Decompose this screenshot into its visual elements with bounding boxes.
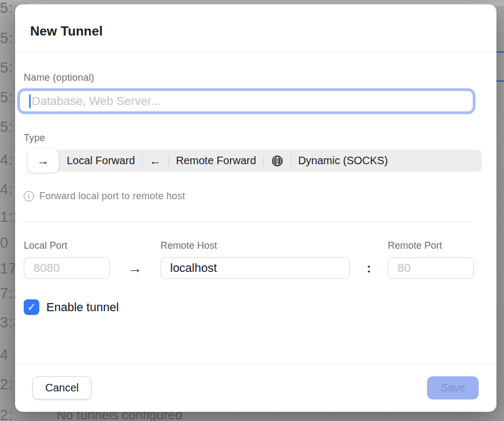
text-caret	[29, 94, 31, 108]
arrow-right-icon: →	[37, 155, 49, 167]
tunnel-type-segmented-control: → Local Forward ← Remote Forward Dynamic…	[27, 150, 482, 172]
local-port-input[interactable]	[24, 257, 110, 279]
remote-port-label: Remote Port	[388, 240, 474, 251]
bg-time-fragment: 4:	[0, 152, 13, 169]
bg-time-fragment: 7:2	[0, 285, 16, 302]
port-mapping-grid: Local Port Remote Host Remote Port → :	[24, 240, 474, 279]
type-option-local-forward[interactable]: Local Forward	[67, 155, 135, 167]
bg-time-fragment: 2:	[0, 376, 13, 393]
info-icon: i	[24, 191, 34, 201]
enable-tunnel-checkbox[interactable]: ✓	[24, 299, 39, 315]
arrow-left-icon[interactable]: ←	[150, 155, 162, 167]
bg-time-fragment: 4	[0, 347, 9, 363]
bg-time-fragment: 17	[0, 261, 16, 277]
host-port-separator: :	[350, 261, 388, 276]
bg-time-fragment: 5:	[0, 60, 13, 76]
type-description: Forward local port to remote host	[39, 191, 185, 202]
name-input-wrapper	[19, 90, 473, 112]
bg-time-fragment: 0	[0, 235, 9, 251]
cancel-button[interactable]: Cancel	[32, 376, 92, 399]
globe-icon[interactable]	[271, 155, 284, 167]
checkmark-icon: ✓	[27, 302, 36, 312]
bg-time-fragment: 5:	[0, 30, 13, 47]
selected-segment-pill[interactable]: →	[27, 149, 59, 173]
segment-divider	[263, 156, 264, 166]
enable-tunnel-label: Enable tunnel	[46, 300, 119, 314]
bg-time-fragment: 2:	[0, 407, 13, 421]
type-option-dynamic-socks[interactable]: Dynamic (SOCKS)	[298, 155, 388, 167]
bg-time-fragment: 1:2	[0, 209, 16, 226]
forward-arrow-icon: →	[110, 260, 160, 277]
bg-time-fragment: 3:3	[0, 314, 16, 331]
bg-time-fragment: 5:	[0, 119, 13, 136]
segment-divider	[169, 156, 169, 166]
enable-tunnel-row: ✓ Enable tunnel	[24, 299, 119, 315]
save-button[interactable]: Save	[427, 376, 479, 399]
header-divider	[15, 52, 496, 53]
type-option-remote-forward[interactable]: Remote Forward	[176, 155, 256, 167]
background-selection-edge-top	[496, 51, 504, 53]
footer-divider	[15, 364, 496, 364]
new-tunnel-dialog: New Tunnel Name (optional) Type → Local …	[15, 4, 496, 412]
remote-host-label: Remote Host	[160, 240, 350, 251]
bg-time-fragment: 5:	[0, 89, 13, 106]
background-timestamp-column: 5:5:5:5:5:4:4:1:20177:23:342:2:	[0, 0, 16, 421]
segment-divider	[291, 156, 291, 166]
type-field-label: Type	[24, 132, 45, 144]
bg-time-fragment: 5:	[0, 0, 13, 17]
tunnel-name-input[interactable]	[20, 91, 473, 111]
bg-time-fragment: 4:	[0, 181, 13, 198]
segment-divider	[142, 156, 143, 166]
remote-host-input[interactable]	[160, 257, 350, 279]
local-port-label: Local Port	[24, 240, 110, 251]
section-divider	[23, 222, 473, 222]
dialog-title: New Tunnel	[30, 24, 103, 39]
type-description-row: i Forward local port to remote host	[24, 191, 185, 202]
background-selection-edge-bottom	[496, 80, 504, 82]
name-field-label: Name (optional)	[24, 72, 94, 83]
remote-port-input[interactable]	[388, 257, 474, 279]
